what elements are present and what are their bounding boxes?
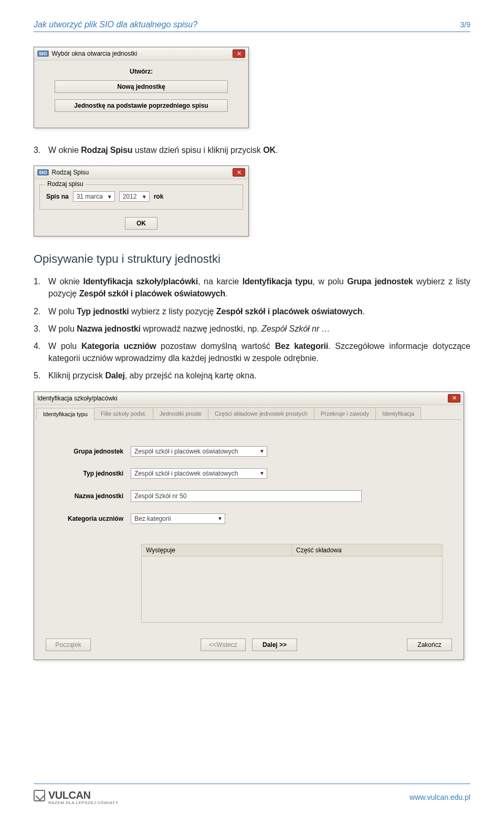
create-label: Utwórz: <box>43 68 240 75</box>
section-heading: Opisywanie typu i struktury jednostki <box>34 252 470 266</box>
instruction-list: 1. W oknie Identyfikacja szkoły/placówki… <box>34 275 470 382</box>
chevron-down-icon: ▼ <box>217 516 223 521</box>
ok-button[interactable]: OK <box>125 217 158 230</box>
col-czesc-skladowa: Część składowa <box>292 544 346 556</box>
dialog-title-text: Wybór okna otwarcia jednostki <box>52 50 138 57</box>
list-item: 1. W oknie Identyfikacja szkoły/placówki… <box>34 275 470 300</box>
tab-filie[interactable]: Filie szkoły podst. <box>94 407 153 419</box>
dialog-titlebar: SIO Rodzaj Spisu ✕ <box>34 166 248 179</box>
dialog-unit-open-choice: SIO Wybór okna otwarcia jednostki ✕ Utwó… <box>34 47 249 128</box>
vulcan-logo: VULCAN RAZEM DLA LEPSZEJ OŚWIATY <box>34 789 118 805</box>
back-button[interactable]: <<Wstecz <box>201 638 246 651</box>
list-item: 5. Kliknij przycisk Dalej, aby przejść n… <box>34 369 470 382</box>
tab-przekroje[interactable]: Przekroje i zawody <box>314 407 376 419</box>
dialog-titlebar: Identyfikacja szkoły/placówki ✕ <box>34 392 464 405</box>
spis-na-label: Spis na <box>46 193 69 200</box>
dialog-title-text: Identyfikacja szkoły/placówki <box>37 395 118 402</box>
label-kategoria-uczniow: Kategoria uczniów <box>49 515 131 522</box>
new-unit-button[interactable]: Nową jednostkę <box>55 80 228 93</box>
chevron-down-icon: ▼ <box>107 194 112 200</box>
close-icon[interactable]: ✕ <box>448 394 460 403</box>
tab-jednostki-proste[interactable]: Jednostki proste <box>153 407 208 419</box>
kategoria-uczniow-dropdown[interactable]: Bez kategorii▼ <box>131 513 225 524</box>
unit-from-previous-button[interactable]: Jednostkę na podstawie poprzedniego spis… <box>55 99 228 112</box>
col-wystepuje: Występuje <box>142 544 292 556</box>
chevron-down-icon: ▼ <box>142 194 147 200</box>
page-footer: VULCAN RAZEM DLA LEPSZEJ OŚWIATY www.vul… <box>34 784 470 805</box>
next-button[interactable]: Dalej >> <box>252 638 297 651</box>
tab-identyfikacja-typu[interactable]: Identyfikacja typu <box>36 408 94 420</box>
label-grupa-jednostek: Grupa jednostek <box>49 448 131 455</box>
logo-tagline: RAZEM DLA LEPSZEJ OŚWIATY <box>48 800 118 805</box>
page-header: Jak utworzyć plik SIO dla aktualnego spi… <box>34 20 470 32</box>
sio-badge-icon: SIO <box>37 50 49 57</box>
logo-mark-icon <box>34 790 45 801</box>
dialog-rodzaj-spisu: SIO Rodzaj Spisu ✕ Rodzaj spisu Spis na … <box>34 166 249 236</box>
year-dropdown[interactable]: 2012▼ <box>119 191 150 202</box>
step-text: W oknie Rodzaj Spisu ustaw dzień spisu i… <box>48 144 278 156</box>
header-title: Jak utworzyć plik SIO dla aktualnego spi… <box>34 20 197 29</box>
chevron-down-icon: ▼ <box>259 470 265 476</box>
list-item: 2. W polu Typ jednostki wybierz z listy … <box>34 305 470 317</box>
tab-czesci-skladowe[interactable]: Części składowe jednostek prostych <box>208 407 314 419</box>
list-item: 4. W polu Kategoria uczniów pozostaw dom… <box>34 340 470 364</box>
month-dropdown[interactable]: 31 marca▼ <box>73 191 115 202</box>
dialog-title-text: Rodzaj Spisu <box>52 169 89 176</box>
subtable: Występuje Część składowa <box>141 544 443 623</box>
dialog-identyfikacja: Identyfikacja szkoły/placówki ✕ Identyfi… <box>34 392 464 660</box>
tab-identyfikacja[interactable]: Identyfikacja <box>375 407 421 419</box>
group-rodzaj-spisu: Rodzaj spisu Spis na 31 marca▼ 2012▼ rok <box>39 184 243 210</box>
close-icon[interactable]: ✕ <box>233 168 245 177</box>
chevron-down-icon: ▼ <box>259 448 265 454</box>
logo-text: VULCAN <box>48 789 90 801</box>
step-number: 3. <box>34 144 43 156</box>
list-item: 3. W polu Nazwa jednostki wprowadź nazwę… <box>34 323 470 335</box>
rok-label: rok <box>154 193 164 200</box>
label-nazwa-jednostki: Nazwa jednostki <box>49 492 131 500</box>
sio-badge-icon: SIO <box>37 169 49 176</box>
begin-button[interactable]: Początek <box>46 638 91 651</box>
typ-jednostki-dropdown[interactable]: Zespół szkół i placówek oświatowych▼ <box>131 468 267 479</box>
instruction-step-3: 3. W oknie Rodzaj Spisu ustaw dzień spis… <box>34 144 470 156</box>
grupa-jednostek-dropdown[interactable]: Zespół szkół i placówek oświatowych▼ <box>131 446 267 457</box>
dialog-titlebar: SIO Wybór okna otwarcia jednostki ✕ <box>34 47 248 60</box>
header-page: 3/9 <box>460 20 470 29</box>
group-title: Rodzaj spisu <box>45 180 86 188</box>
tab-bar: Identyfikacja typu Filie szkoły podst. J… <box>36 407 461 420</box>
close-icon[interactable]: ✕ <box>233 49 245 58</box>
label-typ-jednostki: Typ jednostki <box>49 470 131 477</box>
footer-url: www.vulcan.edu.pl <box>410 793 470 801</box>
finish-button[interactable]: Zakończ <box>407 638 452 651</box>
nazwa-jednostki-input[interactable]: Zespół Szkół nr 50 <box>131 490 362 502</box>
